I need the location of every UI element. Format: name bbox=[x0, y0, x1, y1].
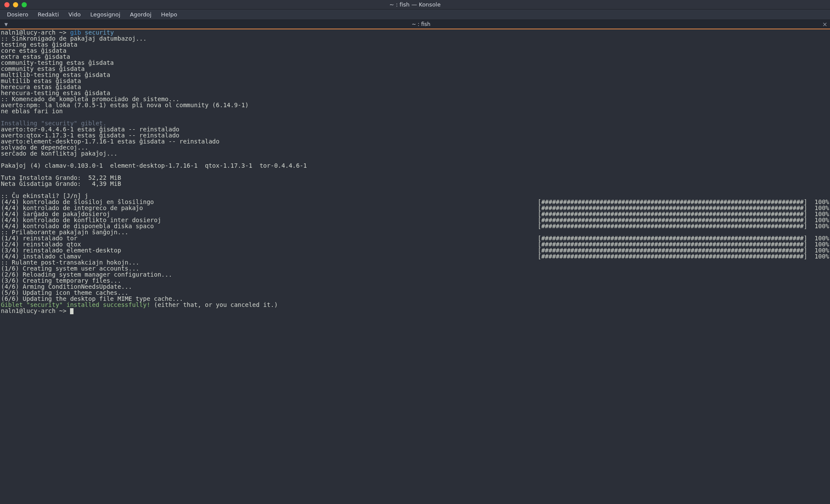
menu-agordoj[interactable]: Agordoj bbox=[125, 10, 156, 19]
tab-close-button[interactable]: × bbox=[822, 21, 827, 28]
menu-helpo[interactable]: Helpo bbox=[156, 10, 182, 19]
menu-redakti[interactable]: Redakti bbox=[33, 10, 63, 19]
tab-label: ~ : fish bbox=[412, 21, 430, 27]
new-tab-button[interactable]: ▼ bbox=[0, 20, 12, 29]
menu-vido[interactable]: Vido bbox=[64, 10, 85, 19]
tab-fish[interactable]: ~ : fish × bbox=[12, 20, 830, 29]
terminal-cursor bbox=[70, 308, 73, 314]
maximize-window-button[interactable] bbox=[22, 2, 27, 7]
menubar: Dosiero Redakti Vido Legosignoj Agordoj … bbox=[0, 10, 830, 20]
minimize-window-button[interactable] bbox=[13, 2, 18, 7]
tabbar: ▼ ~ : fish × bbox=[0, 20, 830, 29]
titlebar: ~ : fish — Konsole bbox=[0, 0, 830, 10]
menu-dosiero[interactable]: Dosiero bbox=[3, 10, 32, 19]
close-window-button[interactable] bbox=[4, 2, 10, 7]
menu-legosignoj[interactable]: Legosignoj bbox=[86, 10, 125, 19]
terminal-output[interactable]: naln1@lucy-arch ~> gib security:: Sinkro… bbox=[0, 29, 830, 314]
window-title: ~ : fish — Konsole bbox=[389, 1, 441, 8]
traffic-lights bbox=[0, 2, 27, 7]
